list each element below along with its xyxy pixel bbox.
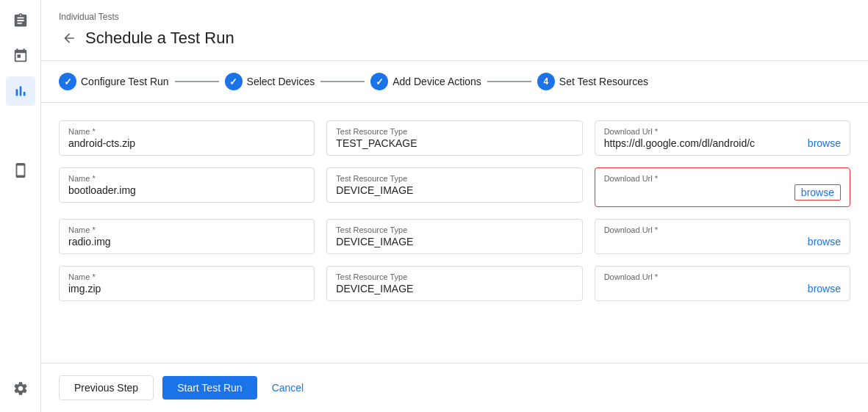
name-label-1: Name *: [68, 174, 305, 183]
url-label-0: Download Url *: [604, 127, 841, 136]
name-label-0: Name *: [68, 127, 305, 136]
step-select-devices: Select Devices: [225, 73, 315, 90]
step-1-label: Configure Test Run: [81, 76, 169, 87]
url-field-0[interactable]: Download Url * https://dl.google.com/dl/…: [595, 120, 850, 156]
type-field-0[interactable]: Test Resource Type TEST_PACKAGE: [326, 120, 582, 156]
type-value-0: TEST_PACKAGE: [336, 137, 573, 149]
browse-link-3[interactable]: browse: [808, 283, 841, 294]
type-label-0: Test Resource Type: [336, 127, 573, 136]
gear-icon[interactable]: [6, 374, 35, 403]
type-field-2[interactable]: Test Resource Type DEVICE_IMAGE: [326, 219, 582, 254]
step-set-resources: 4 Set Test Resources: [537, 73, 648, 90]
step-2-circle: [225, 73, 243, 90]
url-label-2: Download Url *: [604, 225, 841, 234]
url-field-1[interactable]: Download Url * browse: [595, 167, 850, 207]
type-label-1: Test Resource Type: [336, 174, 573, 183]
step-connector-2: [320, 81, 365, 82]
browse-link-1[interactable]: browse: [795, 184, 841, 200]
start-test-run-button[interactable]: Start Test Run: [162, 376, 257, 400]
main-content: Individual Tests Schedule a Test Run Con…: [41, 0, 868, 412]
calendar-icon[interactable]: [6, 41, 35, 71]
name-field-1[interactable]: Name * bootloader.img: [59, 167, 315, 203]
browse-link-2[interactable]: browse: [808, 236, 841, 247]
name-value-0: android-cts.zip: [68, 137, 305, 149]
resource-row-3: Name * img.zip Test Resource Type DEVICE…: [59, 266, 850, 301]
step-3-label: Add Device Actions: [392, 76, 481, 87]
resources-content: Name * android-cts.zip Test Resource Typ…: [41, 103, 868, 363]
previous-step-button[interactable]: Previous Step: [59, 375, 154, 400]
name-value-1: bootloader.img: [68, 184, 305, 196]
type-field-1[interactable]: Test Resource Type DEVICE_IMAGE: [326, 167, 582, 203]
type-value-1: DEVICE_IMAGE: [336, 184, 573, 196]
resource-row-2: Name * radio.img Test Resource Type DEVI…: [59, 219, 850, 254]
step-4-label: Set Test Resources: [559, 76, 648, 87]
name-value-2: radio.img: [68, 236, 305, 247]
cancel-button[interactable]: Cancel: [266, 376, 310, 400]
header: Individual Tests Schedule a Test Run: [41, 0, 868, 61]
url-field-2[interactable]: Download Url * browse: [595, 219, 850, 254]
step-connector-1: [175, 81, 219, 82]
step-configure: Configure Test Run: [59, 73, 169, 90]
step-add-actions: Add Device Actions: [370, 73, 481, 90]
name-field-3[interactable]: Name * img.zip: [59, 266, 315, 301]
name-label-2: Name *: [68, 225, 305, 234]
step-2-label: Select Devices: [247, 76, 315, 87]
chart-icon[interactable]: [6, 76, 35, 106]
type-label-3: Test Resource Type: [336, 272, 573, 281]
clipboard-icon[interactable]: [6, 6, 35, 35]
resource-row-1: Name * bootloader.img Test Resource Type…: [59, 167, 850, 207]
type-label-2: Test Resource Type: [336, 225, 573, 234]
page-title: Schedule a Test Run: [85, 29, 234, 48]
name-field-0[interactable]: Name * android-cts.zip: [59, 120, 315, 156]
browse-link-0[interactable]: browse: [808, 137, 841, 149]
step-4-circle: 4: [537, 73, 555, 90]
back-button[interactable]: [59, 28, 79, 48]
phone-icon[interactable]: [6, 156, 35, 185]
type-value-2: DEVICE_IMAGE: [336, 236, 573, 247]
url-field-3[interactable]: Download Url * browse: [595, 266, 850, 301]
url-value-0: https://dl.google.com/dl/android/c: [604, 137, 755, 149]
step-3-circle: [370, 73, 388, 90]
action-bar: Previous Step Start Test Run Cancel: [41, 363, 868, 412]
name-value-3: img.zip: [68, 283, 305, 294]
type-field-3[interactable]: Test Resource Type DEVICE_IMAGE: [326, 266, 582, 301]
name-label-3: Name *: [68, 272, 305, 281]
name-field-2[interactable]: Name * radio.img: [59, 219, 315, 254]
type-value-3: DEVICE_IMAGE: [336, 283, 573, 294]
url-label-3: Download Url *: [604, 272, 841, 281]
resource-row-0: Name * android-cts.zip Test Resource Typ…: [59, 120, 850, 156]
step-1-circle: [59, 73, 76, 90]
breadcrumb: Individual Tests: [59, 12, 850, 22]
sidebar: [0, 0, 41, 412]
step-connector-3: [487, 81, 531, 82]
url-label-1: Download Url *: [604, 174, 841, 183]
stepper: Configure Test Run Select Devices Add De…: [41, 61, 868, 103]
